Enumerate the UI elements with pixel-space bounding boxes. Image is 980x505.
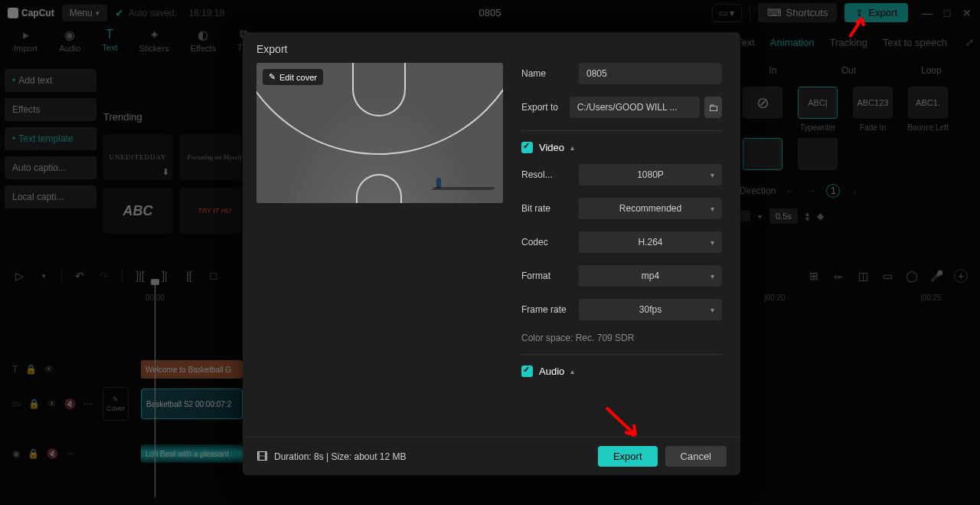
- export-path-input[interactable]: [570, 97, 700, 118]
- video-checkbox[interactable]: [521, 142, 533, 153]
- resolution-select[interactable]: 1080P: [579, 164, 722, 185]
- framerate-label: Frame rate: [521, 304, 579, 315]
- name-input[interactable]: [579, 63, 722, 84]
- framerate-select[interactable]: 30fps: [579, 299, 722, 320]
- audio-checkbox[interactable]: [521, 366, 533, 377]
- edit-cover-button[interactable]: ✎Edit cover: [263, 69, 323, 85]
- export-dialog: Export ✎Edit cover Name Export to: [243, 32, 740, 475]
- video-section-toggle[interactable]: Video ▴: [521, 142, 722, 153]
- resolution-label: Resol...: [521, 169, 579, 180]
- export-summary: 🎞 Duration: 8s | Size: about 12 MB: [256, 450, 407, 463]
- bitrate-label: Bit rate: [521, 203, 579, 214]
- format-select[interactable]: mp4: [579, 265, 722, 287]
- pencil-icon: ✎: [269, 72, 276, 82]
- browse-folder-button[interactable]: 🗀: [704, 97, 722, 118]
- film-icon: 🎞: [256, 450, 268, 463]
- format-label: Format: [521, 271, 579, 281]
- export-to-label: Export to: [521, 102, 570, 113]
- folder-icon: 🗀: [708, 102, 718, 113]
- codec-select[interactable]: H.264: [579, 231, 722, 253]
- dialog-title: Export: [243, 32, 740, 63]
- color-space-info: Color space: Rec. 709 SDR: [521, 333, 722, 343]
- export-preview: ✎Edit cover: [256, 63, 503, 203]
- cancel-button[interactable]: Cancel: [665, 446, 727, 467]
- bitrate-select[interactable]: Recommended: [579, 198, 722, 219]
- name-label: Name: [521, 68, 579, 79]
- codec-label: Codec: [521, 237, 579, 248]
- audio-section-toggle[interactable]: Audio ▴: [521, 366, 722, 377]
- export-confirm-button[interactable]: Export: [598, 446, 658, 467]
